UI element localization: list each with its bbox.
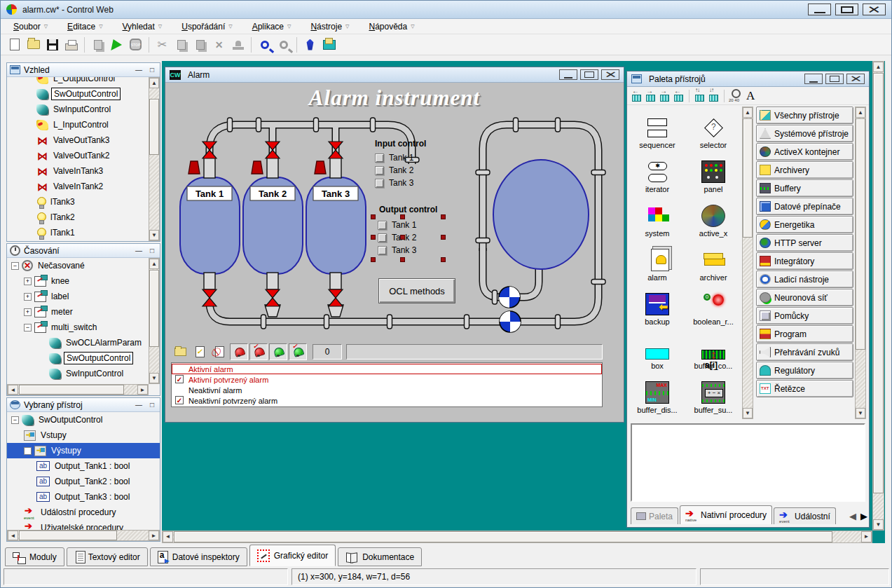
- input-tank3-checkbox[interactable]: [375, 179, 384, 188]
- category-vsechny-pristroje[interactable]: Všechny přístroje: [756, 107, 853, 124]
- scroll-thumb[interactable]: [743, 118, 753, 238]
- menu-editace[interactable]: Editace: [62, 20, 108, 34]
- tree-item[interactable]: SwInputControl: [45, 366, 160, 381]
- print-button[interactable]: [62, 36, 80, 53]
- close-button[interactable]: ✕: [863, 4, 886, 15]
- menu-nastroje[interactable]: Nástroje: [305, 20, 355, 34]
- alarm-row-active[interactable]: Aktivní alarm: [172, 364, 602, 374]
- tree-item[interactable]: Vstupy: [20, 428, 160, 443]
- paste-button[interactable]: [191, 36, 209, 53]
- casovani-vscrollbar[interactable]: ▲ ▼: [149, 258, 160, 384]
- scroll-thumb[interactable]: [856, 118, 865, 350]
- tree-item[interactable]: −Nečasované: [7, 258, 160, 273]
- menu-usporadani[interactable]: Uspořádání: [176, 20, 238, 34]
- panel-minimize-button[interactable]: —: [134, 65, 144, 75]
- panel-minimize-button[interactable]: —: [134, 246, 144, 256]
- instrument-buffer-co[interactable]: buffer_co...: [685, 327, 741, 371]
- instrument-selector[interactable]: selector: [685, 107, 741, 151]
- stop-button[interactable]: STOP: [127, 36, 144, 53]
- show-active-acknowledged-toggle[interactable]: ✓: [249, 343, 268, 360]
- tree-item-selected[interactable]: −Výstupy: [7, 443, 160, 458]
- tree-item[interactable]: L_OutputControl: [32, 77, 160, 86]
- selection-handle[interactable]: [400, 214, 405, 219]
- panel-maximize-button[interactable]: □: [147, 400, 157, 410]
- scroll-thumb[interactable]: [873, 73, 884, 493]
- panel-maximize-button[interactable]: □: [147, 65, 157, 75]
- tree-item[interactable]: +label: [20, 289, 160, 304]
- align-left-button[interactable]: [631, 89, 643, 102]
- new-document-button[interactable]: [6, 36, 23, 53]
- collapse-icon[interactable]: −: [24, 324, 32, 331]
- scroll-down-icon[interactable]: ▼: [856, 408, 865, 418]
- selection-handle[interactable]: [371, 235, 376, 240]
- collapse-icon[interactable]: −: [11, 262, 19, 270]
- palette-window-button[interactable]: [320, 36, 338, 53]
- pump-indicator-upper[interactable]: [499, 287, 520, 308]
- tank-1[interactable]: Tank 1: [180, 177, 240, 274]
- stamp-button[interactable]: [229, 36, 247, 53]
- input-tank1-checkbox[interactable]: [375, 153, 384, 163]
- scroll-down-icon[interactable]: ▼: [873, 519, 884, 530]
- font-size-button[interactable]: A: [745, 89, 756, 102]
- scroll-left-icon[interactable]: ◄: [8, 385, 18, 395]
- instrument-buffer-su[interactable]: buffer_su...: [685, 371, 741, 416]
- panel-maximize-button[interactable]: □: [147, 246, 157, 256]
- scroll-down-icon[interactable]: ▼: [149, 373, 159, 383]
- tab-textovy-editor[interactable]: Textový editor: [67, 547, 148, 566]
- tree-item[interactable]: lTank1: [32, 225, 160, 240]
- menu-napoveda[interactable]: Nápověda: [364, 20, 420, 34]
- zoom-in-button[interactable]: [256, 36, 273, 53]
- scroll-left-icon[interactable]: ◄: [163, 531, 173, 542]
- tree-item[interactable]: +knee: [20, 273, 160, 289]
- icon-size-button[interactable]: [729, 89, 743, 102]
- scroll-up-icon[interactable]: ▲: [149, 78, 159, 88]
- category-scrollbar[interactable]: ▲ ▼: [855, 107, 866, 419]
- instrument-sequencer[interactable]: sequencer: [629, 107, 685, 151]
- ack-checkbox-checked[interactable]: ✓: [175, 396, 184, 404]
- order-down-button[interactable]: [708, 89, 720, 102]
- scroll-right-icon[interactable]: ►: [137, 385, 148, 395]
- output-control-selection[interactable]: Tank 1 Tank 2 Tank 3: [373, 217, 437, 259]
- menu-aplikace[interactable]: Aplikace: [247, 20, 297, 34]
- scroll-thumb[interactable]: [149, 270, 159, 347]
- show-active-alarms-toggle[interactable]: [230, 343, 248, 360]
- tab-nativni-procedury[interactable]: Nativní procedury: [680, 505, 772, 524]
- category-http-server[interactable]: HTTP server: [756, 234, 853, 252]
- scroll-right-icon[interactable]: ►: [861, 531, 872, 542]
- instrument-active-x[interactable]: active_x: [685, 195, 741, 239]
- category-datove-prepinace[interactable]: Datové přepínače: [756, 198, 853, 215]
- category-energetika[interactable]: Energetika: [756, 216, 853, 233]
- align-right-button[interactable]: [645, 89, 657, 102]
- design-canvas[interactable]: Tank 1 Tank 2 Tank 3: [165, 83, 624, 422]
- minimize-button[interactable]: [559, 69, 577, 80]
- scroll-thumb[interactable]: [174, 531, 832, 542]
- order-up-button[interactable]: [694, 89, 706, 102]
- maximize-button[interactable]: [835, 4, 858, 15]
- instrument-archiver[interactable]: archiver: [685, 239, 741, 283]
- category-pomucky[interactable]: Pomůcky: [756, 307, 853, 324]
- scroll-down-icon[interactable]: ▼: [743, 408, 753, 418]
- menu-soubor[interactable]: Soubor: [8, 20, 53, 34]
- selection-handle[interactable]: [400, 235, 405, 240]
- category-regulatory[interactable]: Regulátory: [756, 362, 853, 379]
- category-integratory[interactable]: Integrátory: [756, 252, 853, 270]
- tree-item[interactable]: lTank2: [32, 210, 160, 225]
- delete-button[interactable]: [210, 36, 228, 53]
- expand-icon[interactable]: +: [24, 308, 32, 316]
- move-right-button[interactable]: [659, 89, 671, 102]
- reload-button[interactable]: [89, 36, 107, 53]
- workspace-vscrollbar[interactable]: ▲ ▼: [872, 61, 884, 531]
- tree-item[interactable]: SwOCLAlarmParam: [45, 335, 160, 350]
- vzhled-vscrollbar[interactable]: ▲ ▼: [149, 77, 160, 241]
- scroll-thumb[interactable]: [19, 385, 124, 395]
- scroll-up-icon[interactable]: ▲: [149, 259, 159, 269]
- category-prehravani-zvuku[interactable]: Přehrávání zvuků: [756, 343, 853, 361]
- instrument-panel[interactable]: panel: [685, 151, 741, 195]
- tree-item[interactable]: ValveOutTank2: [32, 148, 160, 163]
- expand-icon[interactable]: +: [24, 278, 32, 285]
- tree-item[interactable]: ValveInTank2: [32, 179, 160, 194]
- tree-item[interactable]: −SwOutputControl: [7, 412, 160, 428]
- tree-item[interactable]: −multi_switch: [20, 320, 160, 335]
- instrument-box[interactable]: box: [629, 327, 685, 371]
- tree-item[interactable]: lTank3: [32, 194, 160, 210]
